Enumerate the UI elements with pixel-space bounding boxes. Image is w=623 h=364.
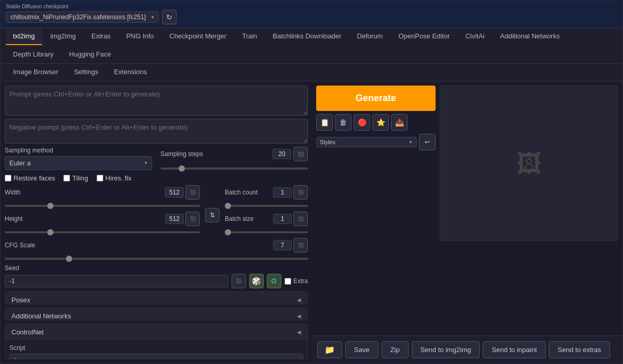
tab-openpose[interactable]: OpenPose Editor: [391, 28, 457, 45]
tab-img2img[interactable]: img2img: [43, 28, 83, 45]
controlnet-accordion-header[interactable]: ControlNet ◀: [5, 324, 307, 340]
cfg-scale-label: CFG Scale: [5, 242, 35, 249]
send-to-extras-button[interactable]: Send to extras: [549, 341, 610, 358]
image-preview: 🖼: [440, 86, 618, 241]
tab-settings[interactable]: Settings: [66, 64, 105, 81]
tab-extensions[interactable]: Extensions: [106, 64, 154, 81]
seed-reset-button[interactable]: ⬛: [232, 274, 246, 288]
batch-count-slider[interactable]: [225, 205, 308, 207]
tab-image-browser[interactable]: Image Browser: [6, 64, 65, 81]
tab-train[interactable]: Train: [235, 28, 264, 45]
tiling-checkbox[interactable]: Tiling: [63, 174, 88, 182]
additional-networks-label: Additional Networks: [11, 312, 71, 320]
sampling-steps-label: Sampling steps: [160, 150, 203, 158]
sampling-method-group: Sampling method Euler a: [5, 147, 152, 171]
batch-size-label: Batch size: [225, 215, 253, 222]
dimensions-group: Width 512 ⬛ Height 51: [5, 185, 200, 235]
styles-save-button[interactable]: ⭐: [372, 114, 389, 131]
cfg-scale-slider[interactable]: [5, 258, 308, 260]
interrupt-button[interactable]: 🔴: [354, 114, 370, 131]
tab-extras[interactable]: Extras: [84, 28, 118, 45]
checkpoint-label: Stable Diffusion checkpoint: [6, 4, 177, 9]
height-slider[interactable]: [5, 231, 200, 233]
height-label: Height: [5, 215, 23, 222]
batch-count-label: Batch count: [225, 189, 258, 196]
generate-button[interactable]: Generate: [316, 86, 436, 111]
generate-controls: Generate 📋 🗑 🔴 ⭐ 📤 Styles: [316, 86, 436, 241]
posex-label: Posex: [11, 296, 30, 304]
spacer: [312, 245, 622, 335]
send-to-img2img-button[interactable]: Send to img2img: [412, 341, 480, 358]
right-panel: Generate 📋 🗑 🔴 ⭐ 📤 Styles: [312, 81, 622, 363]
extra-label-text: Extra: [293, 277, 308, 285]
posex-accordion-header[interactable]: Posex ◀: [5, 292, 307, 304]
open-folder-button[interactable]: 📁: [317, 341, 342, 358]
batch-size-slider[interactable]: [225, 231, 308, 233]
batch-count-reset-button[interactable]: ⬛: [293, 185, 308, 200]
positive-prompt-input[interactable]: [5, 86, 308, 116]
restore-faces-checkbox[interactable]: Restore faces: [5, 174, 55, 182]
seed-dice-button[interactable]: 🎲: [249, 274, 264, 288]
tab-batchlinks[interactable]: Batchlinks Downloader: [265, 28, 348, 45]
width-slider[interactable]: [5, 205, 200, 207]
tab-txt2img[interactable]: txt2img: [6, 28, 42, 45]
seed-recycle-button[interactable]: ♻: [267, 274, 281, 288]
batch-size-value: 1: [273, 214, 292, 224]
styles-select[interactable]: Styles: [316, 137, 417, 147]
sampling-steps-slider[interactable]: [160, 167, 308, 170]
cfg-scale-group: CFG Scale 7 ⬛: [5, 238, 308, 261]
tab-deforum[interactable]: Deforum: [350, 28, 390, 45]
zip-button[interactable]: Zip: [382, 341, 409, 358]
save-button[interactable]: Save: [345, 341, 378, 358]
swap-dimensions-button[interactable]: ⇅: [205, 208, 220, 222]
send-to-inpaint-button[interactable]: Send to inpaint: [483, 341, 546, 358]
secondary-nav-tabs: Image Browser Settings Extensions: [1, 64, 622, 81]
dimensions-batch-row: Width 512 ⬛ Height 51: [5, 185, 308, 235]
cfg-reset-button[interactable]: ⬛: [293, 238, 308, 253]
sampling-steps-group: Sampling steps 20 ⬛: [160, 147, 308, 171]
app-container: Stable Diffusion checkpoint chilloutmix_…: [0, 0, 623, 364]
checkpoint-select[interactable]: chilloutmix_NiPrunedFp32Fix.safetensors …: [6, 11, 159, 23]
main-area: Sampling method Euler a Sampling steps 2…: [1, 81, 622, 363]
top-bar: Stable Diffusion checkpoint chilloutmix_…: [1, 1, 622, 28]
negative-prompt-input[interactable]: [5, 119, 308, 144]
batch-size-group: Batch size 1 ⬛: [225, 212, 308, 235]
sampling-steps-value: 20: [273, 149, 291, 159]
styles-row: Styles ↩: [316, 134, 436, 150]
width-group: Width 512 ⬛: [5, 185, 200, 208]
bottom-action-buttons: 📁 Save Zip Send to img2img Send to inpai…: [312, 335, 622, 363]
width-reset-button[interactable]: ⬛: [185, 185, 200, 200]
refresh-checkpoint-button[interactable]: ↻: [162, 10, 177, 24]
tab-png-info[interactable]: PNG Info: [119, 28, 161, 45]
steps-reset-button[interactable]: ⬛: [293, 147, 308, 161]
controlnet-accordion: ControlNet ◀ Script None: [5, 324, 308, 360]
hires-fix-checkbox[interactable]: Hires. fix: [97, 174, 132, 182]
height-reset-button[interactable]: ⬛: [185, 212, 200, 226]
controlnet-script-select[interactable]: None: [9, 354, 303, 360]
generate-section: Generate 📋 🗑 🔴 ⭐ 📤 Styles: [312, 81, 622, 245]
controlnet-arrow-icon: ◀: [297, 329, 301, 335]
clear-button[interactable]: 🗑: [335, 114, 351, 131]
seed-group: Seed ⬛ 🎲 ♻ Extra: [5, 264, 308, 288]
sampling-method-select[interactable]: Euler a: [5, 156, 152, 170]
width-value: 512: [165, 187, 184, 198]
height-value: 512: [165, 214, 184, 224]
tab-hugging-face[interactable]: Hugging Face: [62, 46, 118, 63]
tab-additional-networks[interactable]: Additional Networks: [493, 28, 567, 45]
batch-controls: Batch count 1 ⬛ Batch size 1: [225, 185, 308, 235]
extra-seed-toggle[interactable]: Extra: [285, 277, 308, 285]
checkpoint-info: Stable Diffusion checkpoint chilloutmix_…: [6, 4, 177, 24]
apply-styles-button[interactable]: ↩: [419, 134, 436, 150]
share-button[interactable]: 📤: [391, 114, 408, 131]
seed-input[interactable]: [5, 275, 228, 287]
paste-button[interactable]: 📋: [316, 114, 333, 131]
posex-arrow-icon: ◀: [297, 297, 301, 303]
tab-depth-library[interactable]: Depth Library: [6, 46, 61, 63]
image-placeholder-icon: 🖼: [517, 149, 541, 178]
additional-networks-accordion-header[interactable]: Additional Networks ◀: [5, 308, 307, 320]
batch-size-reset-button[interactable]: ⬛: [293, 212, 308, 226]
controlnet-content: Script None: [5, 340, 307, 360]
tab-checkpoint-merger[interactable]: Checkpoint Merger: [162, 28, 234, 45]
controlnet-label: ControlNet: [11, 328, 44, 336]
tab-civitai[interactable]: CivitAi: [458, 28, 492, 45]
